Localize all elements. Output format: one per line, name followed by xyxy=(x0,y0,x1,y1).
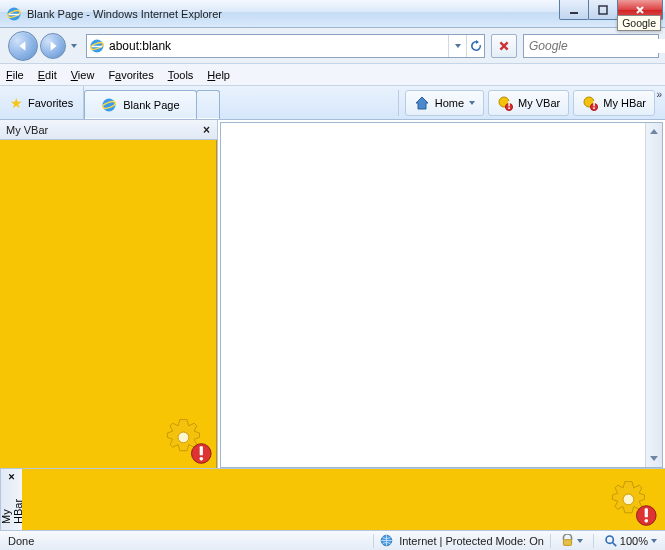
back-button[interactable] xyxy=(8,31,38,61)
address-bar[interactable] xyxy=(86,34,485,58)
separator xyxy=(593,534,594,548)
scroll-down-button[interactable] xyxy=(646,450,662,467)
status-security-button[interactable] xyxy=(557,532,587,550)
gear-alert-badge xyxy=(160,416,214,466)
home-button[interactable]: Home xyxy=(405,90,484,116)
ie-icon xyxy=(101,97,117,113)
svg-text:!: ! xyxy=(592,99,596,111)
tab-blank-page[interactable]: Blank Page xyxy=(84,90,196,119)
zoom-value: 100% xyxy=(620,535,648,547)
maximize-button[interactable] xyxy=(588,0,618,20)
nav-history-dropdown[interactable] xyxy=(68,34,80,58)
title-text: Blank Page - Windows Internet Explorer xyxy=(27,8,222,20)
forward-button[interactable] xyxy=(40,33,66,59)
svg-rect-21 xyxy=(200,446,203,455)
content-area xyxy=(220,122,663,468)
svg-point-23 xyxy=(623,494,634,505)
svg-point-29 xyxy=(606,536,613,543)
nav-row xyxy=(0,28,665,64)
my-hbar-button[interactable]: ! My HBar xyxy=(573,90,655,116)
vbar-title: My VBar xyxy=(6,124,48,136)
separator xyxy=(398,90,399,116)
scroll-up-button[interactable] xyxy=(646,123,662,140)
menubar: File Edit View Favorites Tools Help xyxy=(0,64,665,86)
hbar-title: My HBar xyxy=(0,489,24,524)
favorites-button[interactable]: ★ Favorites xyxy=(0,86,84,119)
menu-edit[interactable]: Edit xyxy=(38,69,57,81)
menu-tools[interactable]: Tools xyxy=(168,69,194,81)
svg-point-26 xyxy=(645,519,649,523)
stop-button[interactable] xyxy=(491,34,517,58)
vbar-body xyxy=(0,140,217,468)
menu-file[interactable]: File xyxy=(6,69,24,81)
globe-icon xyxy=(380,534,393,547)
titlebar: Blank Page - Windows Internet Explorer G… xyxy=(0,0,665,28)
svg-point-22 xyxy=(200,457,204,461)
address-input[interactable] xyxy=(105,39,448,53)
overflow-button[interactable]: » xyxy=(656,88,662,100)
svg-rect-25 xyxy=(645,508,648,517)
ie-icon xyxy=(6,6,22,22)
refresh-button[interactable] xyxy=(466,35,484,57)
vbar-close-button[interactable]: × xyxy=(200,123,213,137)
hbar-pane: My HBar × xyxy=(0,468,665,530)
chevron-down-icon xyxy=(651,539,657,543)
separator xyxy=(550,534,551,548)
my-vbar-button[interactable]: ! My VBar xyxy=(488,90,569,116)
minimize-button[interactable] xyxy=(559,0,589,20)
gear-alert-icon: ! xyxy=(582,95,598,111)
address-dropdown[interactable] xyxy=(448,35,466,57)
vbar-pane: My VBar × xyxy=(0,120,218,468)
gear-alert-icon: ! xyxy=(497,95,513,111)
hbar-close-button[interactable]: × xyxy=(6,471,18,483)
search-bar[interactable] xyxy=(523,34,659,58)
separator xyxy=(373,534,374,548)
status-mode: Internet | Protected Mode: On xyxy=(399,535,544,547)
search-input[interactable] xyxy=(529,39,665,53)
svg-point-19 xyxy=(178,432,189,443)
page-icon xyxy=(89,38,105,54)
google-tooltip: Google xyxy=(617,15,661,31)
chevron-down-icon xyxy=(469,101,475,105)
menu-view[interactable]: View xyxy=(71,69,95,81)
hbar-body xyxy=(22,469,665,530)
menu-favorites[interactable]: Favorites xyxy=(108,69,153,81)
command-bar: ★ Favorites Blank Page Home ! My VBar ! … xyxy=(0,86,665,120)
home-icon xyxy=(414,95,430,111)
menu-help[interactable]: Help xyxy=(207,69,230,81)
hbar-header: My HBar × xyxy=(0,469,22,530)
status-text: Done xyxy=(8,535,34,547)
tab-label: Blank Page xyxy=(123,99,179,111)
vbar-header: My VBar × xyxy=(0,120,217,140)
svg-text:!: ! xyxy=(507,99,511,111)
svg-rect-2 xyxy=(570,12,578,14)
new-tab-button[interactable] xyxy=(196,90,220,119)
gear-alert-badge xyxy=(605,478,659,528)
svg-rect-3 xyxy=(599,6,607,14)
statusbar: Done Internet | Protected Mode: On 100% xyxy=(0,530,665,550)
svg-rect-28 xyxy=(563,540,571,546)
vertical-scrollbar[interactable] xyxy=(645,123,662,467)
window-title: Blank Page - Windows Internet Explorer xyxy=(6,6,222,22)
star-icon: ★ xyxy=(10,95,23,111)
zoom-button[interactable]: 100% xyxy=(600,532,661,550)
